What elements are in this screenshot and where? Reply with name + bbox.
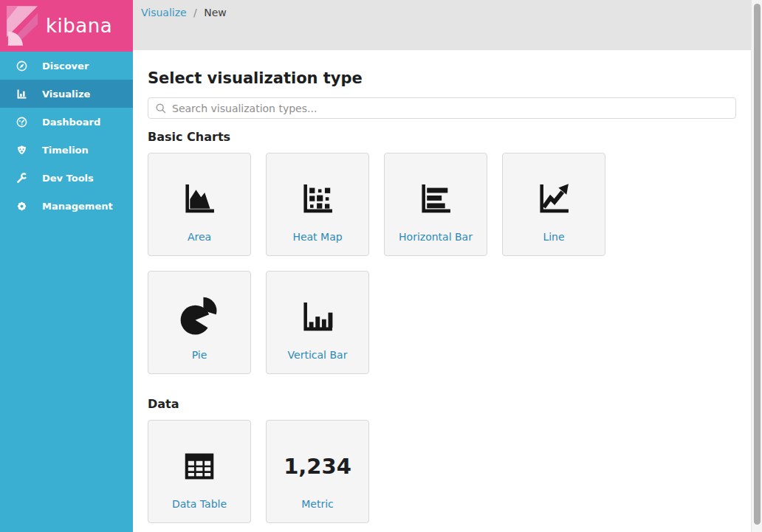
metric-icon: 1,234 <box>284 443 351 489</box>
logo-text: kibana <box>46 15 112 37</box>
sidebar: kibana Discover <box>0 0 133 532</box>
line-chart-icon <box>532 176 575 222</box>
dashboard-icon <box>15 115 28 128</box>
search-icon <box>155 103 167 114</box>
vertical-bar-icon <box>296 294 339 340</box>
section-label-basic-charts: Basic Charts <box>148 130 736 144</box>
sidebar-nav: Discover Visualize <box>0 52 133 220</box>
kibana-logo-link[interactable]: kibana <box>0 0 133 52</box>
vis-card-heat-map[interactable]: Heat Map <box>266 153 369 256</box>
vis-card-line[interactable]: Line <box>502 153 605 256</box>
pie-chart-icon <box>178 294 221 340</box>
vis-card-data-table[interactable]: Data Table <box>148 420 251 523</box>
sidebar-item-visualize[interactable]: Visualize <box>0 80 133 108</box>
card-label: Line <box>543 231 564 243</box>
page-title: Select visualization type <box>148 69 736 87</box>
search-input[interactable] <box>172 103 729 114</box>
sidebar-item-label: Dashboard <box>42 117 100 128</box>
card-label: Vertical Bar <box>288 349 348 361</box>
breadcrumb-visualize-link[interactable]: Visualize <box>141 7 187 18</box>
gear-icon <box>15 199 28 213</box>
main-area: Visualize / New Select visualization typ… <box>133 0 762 532</box>
bar-chart-icon <box>15 87 28 100</box>
card-label: Metric <box>301 498 334 510</box>
card-label: Horizontal Bar <box>399 231 473 243</box>
card-label: Data Table <box>172 498 227 510</box>
sidebar-item-dashboard[interactable]: Dashboard <box>0 108 133 136</box>
vis-card-pie[interactable]: Pie <box>148 271 251 374</box>
breadcrumb: Visualize / New <box>133 0 762 50</box>
scrollbar-thumb[interactable] <box>754 4 761 525</box>
sidebar-item-label: Discover <box>42 61 89 72</box>
card-label: Heat Map <box>292 231 342 243</box>
section-label-data: Data <box>148 397 736 411</box>
card-label: Area <box>188 231 211 243</box>
breadcrumb-separator: / <box>193 7 197 18</box>
sidebar-item-label: Visualize <box>42 89 90 100</box>
card-label: Pie <box>192 349 207 361</box>
area-chart-icon <box>178 176 221 222</box>
vis-card-metric[interactable]: 1,234 Metric <box>266 420 369 523</box>
sidebar-item-timelion[interactable]: Timelion <box>0 136 133 164</box>
sidebar-item-management[interactable]: Management <box>0 192 133 220</box>
sidebar-item-label: Dev Tools <box>42 173 94 184</box>
vis-card-horizontal-bar[interactable]: Horizontal Bar <box>384 153 487 256</box>
compass-icon <box>15 59 28 72</box>
horizontal-bar-icon <box>414 176 457 222</box>
sidebar-item-discover[interactable]: Discover <box>0 52 133 80</box>
heat-map-icon <box>296 176 339 222</box>
basic-charts-grid: Area <box>148 153 635 374</box>
search-box <box>148 97 736 119</box>
wrench-icon <box>15 171 28 184</box>
kibana-logo-icon <box>7 6 38 46</box>
metric-preview-number: 1,234 <box>284 443 351 489</box>
content-panel: Select visualization type Basic Charts <box>133 50 751 532</box>
breadcrumb-current: New <box>204 7 227 18</box>
sidebar-item-label: Timelion <box>42 145 89 156</box>
timelion-icon <box>15 143 28 156</box>
scrollbar-track <box>751 0 762 532</box>
vis-card-area[interactable]: Area <box>148 153 251 256</box>
sidebar-item-dev-tools[interactable]: Dev Tools <box>0 164 133 192</box>
vis-card-vertical-bar[interactable]: Vertical Bar <box>266 271 369 374</box>
data-grid: Data Table 1,234 Metric <box>148 420 635 523</box>
sidebar-item-label: Management <box>42 201 113 212</box>
data-table-icon <box>178 443 221 489</box>
kibana-app: kibana Discover <box>0 0 762 532</box>
